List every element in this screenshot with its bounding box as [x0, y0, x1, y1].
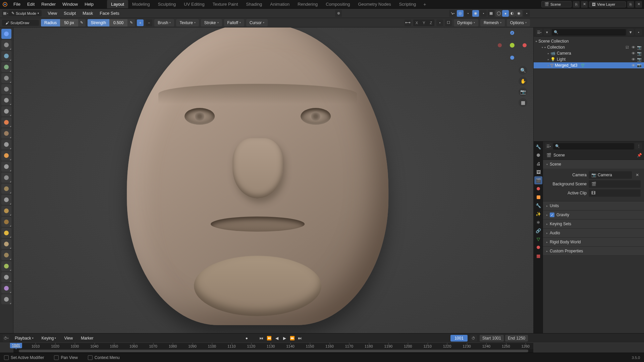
properties-search[interactable]: 🔍	[553, 143, 634, 149]
tab-material[interactable]	[534, 243, 542, 251]
workspace-tab[interactable]: Rendering	[293, 0, 322, 8]
strength-pressure-toggle[interactable]: ✎	[127, 19, 135, 26]
outliner-filter[interactable]: ▼	[627, 29, 634, 36]
gravity-checkbox[interactable]: ✓	[550, 213, 554, 217]
tab-constraints[interactable]: 🔗	[534, 227, 542, 235]
clay-strips-tool[interactable]	[1, 62, 11, 72]
panel-units-header[interactable]: ▸ Units	[543, 201, 644, 210]
eye-icon[interactable]: 👁	[631, 63, 636, 68]
timeline-ruler[interactable]: 1001 10011010102010301040105010601070108…	[0, 343, 644, 353]
outliner-search[interactable]: 🔍	[552, 29, 626, 36]
cursor-dropdown[interactable]: Cursor▾	[246, 19, 268, 26]
disclosure-icon[interactable]: ▾	[542, 46, 543, 49]
brush-dropdown[interactable]: Brush▾	[154, 19, 174, 26]
outliner-item[interactable]: ▸ 📹 Camera 👁📷	[534, 50, 644, 56]
snake-hook-tool[interactable]	[1, 217, 11, 227]
radius-value[interactable]: 50 px	[60, 19, 78, 26]
header-facesets-menu[interactable]: Face Sets	[96, 9, 123, 17]
autokey-toggle[interactable]: ●	[243, 335, 250, 342]
grab-tool[interactable]	[1, 195, 11, 205]
gizmo-options[interactable]: ▾	[465, 10, 471, 17]
pose-tool[interactable]	[1, 239, 11, 249]
play-reverse-button[interactable]: ◀	[273, 335, 280, 342]
thumb-tool[interactable]	[1, 228, 11, 238]
tab-world[interactable]	[534, 185, 542, 193]
disclosure-icon[interactable]: ▸	[548, 58, 549, 61]
panel-keying-sets-header[interactable]: ▸ Keying Sets	[543, 220, 644, 228]
crease-tool[interactable]	[1, 117, 11, 127]
jump-start-button[interactable]: ⏮	[258, 335, 265, 342]
tab-tool[interactable]: 🔧	[534, 143, 542, 151]
tab-viewlayer[interactable]: 🖼	[534, 168, 542, 176]
radius-pressure-toggle[interactable]: ✎	[78, 19, 86, 26]
layer-tool[interactable]	[1, 84, 11, 94]
header-view-menu[interactable]: View	[44, 9, 60, 17]
keying-menu[interactable]: Keying▾	[39, 335, 59, 342]
mirror-icon[interactable]: ⟷	[405, 19, 411, 26]
nudge-tool[interactable]	[1, 250, 11, 260]
gizmo-y-axis[interactable]	[510, 43, 515, 48]
view-layer-selector[interactable]: 🖼 View Layer	[589, 1, 626, 7]
add-workspace-button[interactable]: +	[420, 0, 429, 9]
tab-output[interactable]: 🖨	[534, 160, 542, 168]
workspace-tab[interactable]: Compositing	[322, 0, 354, 8]
remesh-dropdown[interactable]: Remesh▾	[480, 19, 505, 26]
mirror-x[interactable]: X	[413, 19, 420, 26]
header-sculpt-menu[interactable]: Sculpt	[60, 9, 79, 17]
camera-view-icon[interactable]: 📷	[519, 87, 527, 96]
menu-file[interactable]: File	[10, 0, 24, 8]
overlay-toggle[interactable]: ◉	[472, 10, 479, 17]
timeline-view-menu[interactable]: View	[61, 335, 75, 342]
menu-help[interactable]: Help	[81, 0, 97, 8]
add-subtract-toggle[interactable]: +	[137, 19, 144, 26]
dyntopo-checkbox[interactable]: ☐	[445, 19, 452, 26]
scene-selector[interactable]: 🎬 Scene	[541, 1, 572, 7]
cloth-tool[interactable]	[1, 294, 11, 304]
render-icon[interactable]: 📷	[637, 63, 642, 68]
outliner-item[interactable]: ▸ ▽ Merged_fat3 ▽ 👁📷	[534, 62, 644, 68]
pinch-tool[interactable]	[1, 184, 11, 194]
disclosure-icon[interactable]: ▸	[548, 64, 549, 67]
eye-icon[interactable]: 👁	[631, 51, 636, 56]
shading-wireframe[interactable]: ◯	[495, 10, 502, 17]
tab-physics[interactable]: ⚛	[534, 218, 542, 226]
jump-end-button[interactable]: ⏭	[296, 335, 304, 342]
zoom-icon[interactable]: 🔍	[519, 66, 527, 75]
radius-field[interactable]: Radius 50 px ✎	[41, 19, 86, 26]
dyntopo-dropdown[interactable]: Dyntopo▾	[454, 19, 478, 26]
tab-texture[interactable]: ▦	[534, 252, 542, 260]
clay-thumb-tool[interactable]	[1, 73, 11, 83]
menu-window[interactable]: Window	[59, 0, 81, 8]
outliner-new-collection[interactable]: •	[635, 29, 642, 36]
timeline-editor-type[interactable]: ⏱▾	[3, 335, 9, 342]
tree-scene-collection[interactable]: ▫ Scene Collection	[534, 38, 644, 44]
multiplane-tool[interactable]	[1, 173, 11, 183]
eye-icon[interactable]: 👁	[631, 57, 636, 62]
editor-type-button[interactable]: ▦▾	[2, 10, 9, 17]
workspace-tab[interactable]: Scripting	[395, 0, 420, 8]
tab-modifiers[interactable]: 🔧	[534, 201, 542, 209]
workspace-tab[interactable]: Sculpting	[154, 0, 180, 8]
shading-options[interactable]: ▾	[523, 10, 530, 17]
panel-scene-header[interactable]: ▾ Scene	[543, 160, 644, 169]
disclosure-icon[interactable]: ▸	[548, 52, 549, 55]
fill-tool[interactable]	[1, 150, 11, 161]
tab-object[interactable]	[534, 193, 542, 201]
menu-render[interactable]: Render	[38, 0, 59, 8]
new-viewlayer-button[interactable]: ⎘	[627, 1, 634, 8]
outliner-item[interactable]: ▸ 💡 Light 👁📷	[534, 56, 644, 62]
shading-solid[interactable]: ●	[502, 10, 509, 17]
render-icon[interactable]: 📷	[637, 57, 642, 62]
orientation-button[interactable]: ⊕	[335, 10, 342, 17]
flatten-tool[interactable]	[1, 139, 11, 149]
play-button[interactable]: ▶	[281, 335, 288, 342]
scrape-tool[interactable]	[1, 162, 11, 172]
shading-material[interactable]: ◐	[509, 10, 516, 17]
panel-gravity-header[interactable]: ▸ ✓ Gravity	[543, 210, 644, 219]
header-mask-menu[interactable]: Mask	[79, 9, 96, 17]
clay-tool[interactable]	[1, 51, 11, 61]
render-icon[interactable]: 📷	[637, 51, 642, 56]
stroke-dropdown[interactable]: Stroke▾	[201, 19, 222, 26]
properties-options[interactable]: ⋮	[635, 143, 642, 149]
keyframe-prev-button[interactable]: ⏪	[265, 335, 273, 342]
